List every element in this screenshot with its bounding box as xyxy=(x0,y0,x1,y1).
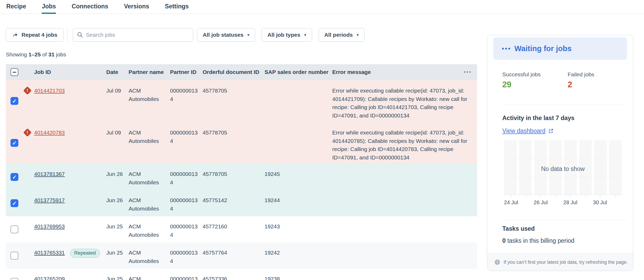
partner-name-cell: ACM Automobiles xyxy=(129,80,170,122)
repeat-arrow-icon xyxy=(12,32,18,38)
row-checkbox-cell xyxy=(6,164,23,190)
chart-tick-row xyxy=(504,195,622,198)
error-message-cell xyxy=(332,243,477,269)
partner-id-cell: 0000000134 xyxy=(170,122,203,164)
select-all-checkbox[interactable] xyxy=(10,68,18,76)
job-summary-card: Waiting for jobs Successful jobs 29 Fail… xyxy=(487,35,633,271)
sap-order-number-cell: 19242 xyxy=(265,243,332,269)
view-dashboard-link[interactable]: View dashboard xyxy=(502,127,554,134)
refresh-hint-bar: i If you can’t find your latest job data… xyxy=(487,254,633,271)
sap-order-number-cell: 19243 xyxy=(265,216,332,243)
row-checkbox-cell xyxy=(6,216,23,243)
chart-x-label xyxy=(578,200,593,206)
table-header-row: Job ID Date Partner name Partner ID Orde… xyxy=(6,64,477,80)
repeat-jobs-label: Repeat 4 jobs xyxy=(22,32,57,38)
job-status-filter-label: All job statuses xyxy=(203,32,244,38)
row-checkbox[interactable] xyxy=(10,97,18,105)
job-type-filter[interactable]: All job types ▾ xyxy=(262,28,312,42)
sap-order-number-cell: 19238 xyxy=(265,269,332,280)
row-checkbox[interactable] xyxy=(10,252,18,260)
error-message-cell xyxy=(332,269,477,280)
chart-x-label: 28 Jul xyxy=(563,200,578,206)
date-cell: Jun 25 xyxy=(106,216,129,243)
chart-tick xyxy=(519,195,534,198)
toolbar-divider xyxy=(67,28,67,42)
successful-jobs-value: 29 xyxy=(502,80,568,89)
partner-id-cell: 0000000134 xyxy=(170,269,203,280)
tab-versions[interactable]: Versions xyxy=(124,0,149,14)
chart-tick xyxy=(578,195,593,198)
table-row: ! 4013769953 Jun 25 ACM Automobiles 0000… xyxy=(6,216,477,243)
orderful-document-id-cell: 45778705 xyxy=(203,80,265,122)
job-id-link[interactable]: 4013769953 xyxy=(34,223,65,229)
filter-group: All job statuses ▾ All job types ▾ All p… xyxy=(197,28,365,42)
info-icon: i xyxy=(495,260,500,265)
search-input[interactable] xyxy=(86,32,189,38)
error-message-cell: Error while executing callable recipe(id… xyxy=(332,80,477,122)
sap-order-number-cell xyxy=(265,122,332,164)
partner-id-cell: 0000000134 xyxy=(170,80,203,122)
chart-x-label: 30 Jul xyxy=(593,200,608,206)
table-row: ! 4013765331 Repeated Jun 25 ACM Automob… xyxy=(6,243,477,269)
tab-connections[interactable]: Connections xyxy=(72,0,108,14)
job-id-link[interactable]: 4014420783 xyxy=(34,130,65,136)
row-checkbox[interactable] xyxy=(10,199,18,207)
job-status-filter[interactable]: All job statuses ▾ xyxy=(197,28,255,42)
table-row: ! 4014420783 Jul 09 ACM Automobiles 0000… xyxy=(6,122,477,164)
job-id-cell: ! 4014420783 xyxy=(23,122,106,164)
row-checkbox[interactable] xyxy=(10,225,18,233)
table-row: ! 4014421703 Jul 09 ACM Automobiles 0000… xyxy=(6,80,477,122)
job-stats: Successful jobs 29 Failed jobs 2 xyxy=(502,71,633,89)
orderful-document-id-cell: 45778705 xyxy=(203,164,265,190)
table-row: ! 4013765209 Jun 25 ACM Automobiles 0000… xyxy=(6,269,477,280)
tab-settings[interactable]: Settings xyxy=(165,0,189,14)
date-cell: Jun 26 xyxy=(106,164,129,190)
date-cell: Jul 09 xyxy=(106,80,129,122)
chevron-down-icon: ▾ xyxy=(357,33,359,37)
chart-tick xyxy=(533,195,548,198)
table-row: ! 4013775917 Jun 26 ACM Automobiles 0000… xyxy=(6,190,477,216)
partner-id-cell: 0000000134 xyxy=(170,190,203,216)
repeat-jobs-button[interactable]: Repeat 4 jobs xyxy=(6,28,64,42)
partner-id-cell: 0000000134 xyxy=(170,164,203,190)
row-checkbox-cell xyxy=(6,122,23,164)
chart-x-label: 24 Jul xyxy=(504,200,519,206)
orderful-document-id-cell: 45757764 xyxy=(203,243,265,269)
partner-name-cell: ACM Automobiles xyxy=(129,164,170,190)
period-filter[interactable]: All periods ▾ xyxy=(319,28,365,42)
job-id-link[interactable]: 4013765209 xyxy=(34,276,65,280)
view-dashboard-label: View dashboard xyxy=(502,127,546,134)
chart-tick xyxy=(563,195,578,198)
column-options-button[interactable]: ••• xyxy=(464,64,472,80)
row-checkbox[interactable] xyxy=(10,173,18,181)
col-header-error-message: Error message xyxy=(332,69,477,75)
partner-name-cell: ACM Automobiles xyxy=(129,269,170,280)
date-cell: Jul 09 xyxy=(106,122,129,164)
job-id-link[interactable]: 4013765331 xyxy=(34,250,65,256)
job-id-link[interactable]: 4014421703 xyxy=(34,88,65,94)
row-checkbox[interactable] xyxy=(10,139,18,147)
tasks-used-line: 0 tasks in this billing period xyxy=(502,237,574,244)
date-cell: Jun 25 xyxy=(106,243,129,269)
chart-x-label xyxy=(519,200,534,206)
chart-tick xyxy=(593,195,608,198)
card-divider xyxy=(502,220,626,220)
job-id-link[interactable]: 4013781367 xyxy=(34,171,65,177)
row-checkbox[interactable] xyxy=(10,278,18,280)
orderful-document-id-cell: 45775142 xyxy=(203,190,265,216)
sap-order-number-cell: 19245 xyxy=(265,164,332,190)
failed-jobs-label: Failed jobs xyxy=(568,71,633,78)
chart-x-label: 26 Jul xyxy=(533,200,548,206)
job-id-link[interactable]: 4013775917 xyxy=(34,197,65,203)
search-icon xyxy=(77,32,83,38)
col-header-orderful-document-id: Orderful document ID xyxy=(203,69,265,75)
search-box xyxy=(73,28,193,42)
tab-recipe[interactable]: Recipe xyxy=(6,0,26,14)
partner-id-cell: 0000000134 xyxy=(170,243,203,269)
chart-x-axis xyxy=(504,195,622,195)
job-type-filter-label: All job types xyxy=(267,32,300,38)
sap-order-number-cell: 19244 xyxy=(265,190,332,216)
chart-x-label xyxy=(608,200,622,206)
waiting-status-title: Waiting for jobs xyxy=(514,44,572,53)
tab-jobs[interactable]: Jobs xyxy=(42,0,56,14)
